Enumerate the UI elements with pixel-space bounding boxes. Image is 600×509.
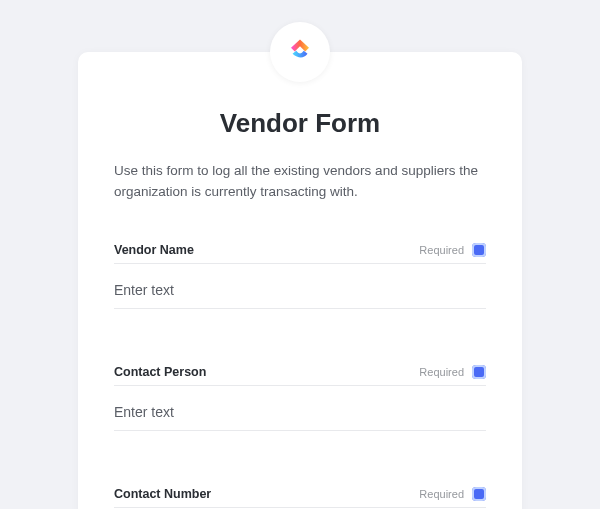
form-card: Vendor Form Use this form to log all the… xyxy=(78,52,522,509)
required-indicator: Required xyxy=(419,365,486,379)
required-indicator: Required xyxy=(419,243,486,257)
vendor-name-input[interactable] xyxy=(114,278,486,309)
field-header: Vendor Name Required xyxy=(114,243,486,264)
field-vendor-name: Vendor Name Required xyxy=(114,243,486,309)
required-indicator: Required xyxy=(419,487,486,501)
required-toggle[interactable] xyxy=(472,487,486,501)
required-label: Required xyxy=(419,488,464,500)
field-contact-number: Contact Number Required xyxy=(114,487,486,508)
clickup-logo-icon xyxy=(285,35,315,69)
required-label: Required xyxy=(419,366,464,378)
field-contact-person: Contact Person Required xyxy=(114,365,486,431)
logo-container xyxy=(270,22,330,82)
form-title[interactable]: Vendor Form xyxy=(114,108,486,139)
required-toggle[interactable] xyxy=(472,365,486,379)
contact-person-input[interactable] xyxy=(114,400,486,431)
form-description[interactable]: Use this form to log all the existing ve… xyxy=(114,161,486,203)
required-label: Required xyxy=(419,244,464,256)
field-header: Contact Person Required xyxy=(114,365,486,386)
field-label[interactable]: Contact Person xyxy=(114,365,206,379)
field-label[interactable]: Vendor Name xyxy=(114,243,194,257)
field-header: Contact Number Required xyxy=(114,487,486,508)
field-label[interactable]: Contact Number xyxy=(114,487,211,501)
required-toggle[interactable] xyxy=(472,243,486,257)
